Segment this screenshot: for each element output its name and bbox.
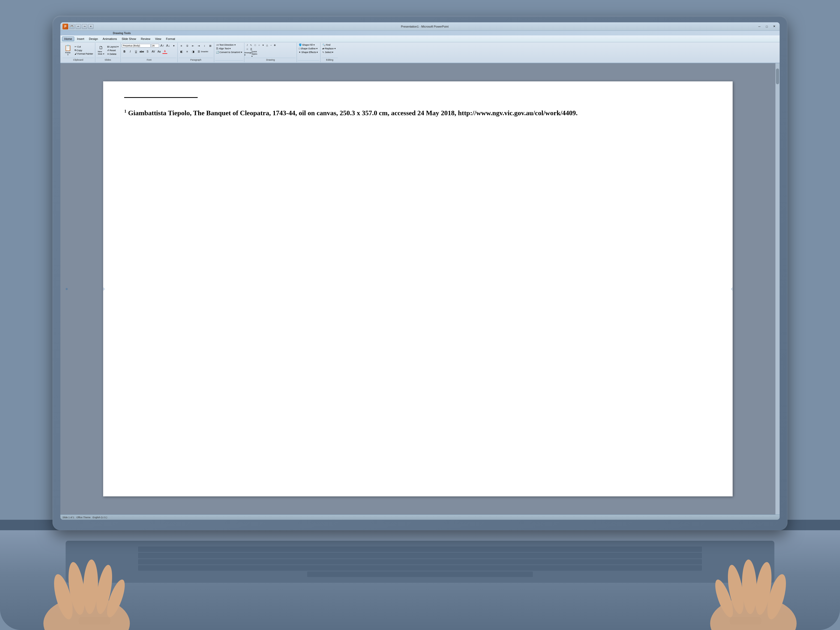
col-button[interactable]: ⊞ [208,43,213,48]
clear-format-button[interactable]: ✦ [171,43,177,48]
replace-button[interactable]: ⇄ Replace ▾ [322,47,338,50]
shape-outline-button[interactable]: □ Shape Outline ▾ [298,47,319,50]
para-row-1: ≡ ① ⇤ ⇥ ↕ ⊞ [179,43,213,48]
drawing-tools-bar: Drawing Tools [60,31,780,35]
quick-access-save[interactable]: 💾 [69,24,74,29]
italic-button[interactable]: I [128,49,133,54]
menu-view[interactable]: View [153,37,164,41]
laptop-body [0,520,840,630]
align-text-button[interactable]: ☰ Align Text ▾ [215,47,243,50]
paste-icon: 📋 [64,45,71,51]
text-direction-button[interactable]: ↕A Text Direction ▾ [215,43,243,46]
find-icon: 🔍 [322,44,325,46]
minimize-button[interactable]: ─ [756,24,763,29]
shape-fill-button[interactable]: 🪣 Shape Fill ▾ [298,43,319,46]
increase-indent-button[interactable]: ⇥ [196,43,201,48]
underline-button[interactable]: U [133,49,139,54]
paste-button[interactable]: 📋 Paste ▾ [63,43,73,57]
layout-button[interactable]: ⊞ Layout ▾ [106,45,120,48]
new-slide-button[interactable]: 🗋 NewSlide ▾ [96,45,106,56]
layout-icon: ⊞ [107,46,109,48]
strikethrough-button[interactable]: abe [139,49,144,54]
select-button[interactable]: ↖ Select ▾ [322,51,338,54]
shape-star[interactable]: ☆ [245,47,249,51]
shape-rtarrow[interactable]: → [269,43,273,47]
slides-group: 🗋 NewSlide ▾ ⊞ Layout ▾ ↺ Rese [95,43,121,62]
numbering-button[interactable]: ① [185,43,190,48]
scrollbar-thumb[interactable] [776,68,779,84]
title-bar: P 💾 ↩ ↪ ▾ Presentation1 - Microsoft Powe… [60,22,780,31]
shape-more[interactable]: ▾ [261,43,265,47]
font-size-input[interactable] [151,44,159,47]
cut-button[interactable]: ✂ Cut [74,45,94,48]
shape-format-label [298,60,319,62]
menu-insert[interactable]: Insert [75,37,86,41]
format-painter-label: Format Painter [77,52,93,55]
editing-label: Editing [322,58,338,62]
shape-format-controls: 🪣 Shape Fill ▾ □ Shape Outline ▾ ✦ Shape… [298,43,319,60]
paragraph-group: ≡ ① ⇤ ⇥ ↕ ⊞ ◧ ≡ ◨ ☰ [178,43,214,62]
menu-slideshow[interactable]: Slide Show [120,37,138,41]
font-controls: A↑ A↓ ✦ B I U abe S AV Aa [122,43,177,57]
menu-home[interactable]: Home [62,36,74,41]
convert-smartart-button[interactable]: 🔄 Convert to SmartArt ▾ [215,51,243,54]
select-arrow: ▾ [332,51,333,54]
copy-button[interactable]: ⧉ Copy [74,49,94,52]
find-button[interactable]: 🔍 Find [322,43,338,46]
align-center-button[interactable]: ≡ [185,49,190,54]
maximize-button[interactable]: □ [763,24,770,29]
menu-format[interactable]: Format [164,37,177,41]
quick-access-redo[interactable]: ↪ [82,24,87,29]
bold-button[interactable]: B [122,49,127,54]
scrollbar-right[interactable] [775,63,780,515]
arrange-button[interactable]: Arrange ▾ [245,51,251,56]
quick-access-undo[interactable]: ↩ [76,24,81,29]
font-shrink-button[interactable]: A↓ [165,43,171,48]
shape-rect[interactable]: □ [253,43,257,47]
clipboard-group: 📋 Paste ▾ ✂ Cut ⧉ [62,43,95,62]
reset-button[interactable]: ↺ Reset [106,49,120,52]
smart-art-button[interactable]: SmartArt [202,49,207,54]
font-row-1: A↑ A↓ ✦ [122,43,177,48]
slide-divider [124,97,198,98]
font-grow-button[interactable]: A↑ [159,43,165,48]
align-left-button[interactable]: ◧ [179,49,184,54]
shape-triangle[interactable]: △ [265,43,269,47]
shape-outline-icon: □ [299,47,300,50]
align-text-label: Align Text ▾ [219,47,231,50]
shape-fill-icon: 🪣 [299,44,302,46]
drawing-group: / ↖ □ ○ ▾ △ → ⊕ ☆ {} [245,43,297,62]
language-status: English (U.S.) [93,516,107,519]
quick-access-menu[interactable]: ▾ [88,24,93,29]
slide-text[interactable]: 1 Giambattista Tiepolo, The Banquet of C… [124,108,711,118]
font-family-input[interactable] [122,44,151,47]
slides-label: Slides [96,58,120,62]
close-button[interactable]: ✕ [771,24,777,29]
font-case-button[interactable]: Aa [156,49,162,54]
replace-icon: ⇄ [322,47,324,50]
line-spacing-button[interactable]: ↕ [202,43,207,48]
paste-dropdown[interactable]: ▾ [68,54,68,56]
slide-canvas[interactable]: 1 Giambattista Tiepolo, The Banquet of C… [103,81,733,496]
menu-design[interactable]: Design [87,37,100,41]
convert-smartart-label: Convert to SmartArt ▾ [219,51,242,54]
shape-circle[interactable]: ○ [257,43,261,47]
char-spacing-button[interactable]: AV [151,49,156,54]
slide-sub-buttons: ⊞ Layout ▾ ↺ Reset ✕ Delete [106,45,120,56]
align-right-button[interactable]: ◨ [190,49,196,54]
shape-5pt[interactable]: ⊕ [273,43,277,47]
quick-styles-button[interactable]: QuickStyles ▾ [252,51,257,56]
menu-animations[interactable]: Animations [101,37,119,41]
ribbon: 📋 Paste ▾ ✂ Cut ⧉ [60,42,780,63]
decrease-indent-button[interactable]: ⇤ [190,43,196,48]
shape-effects-button[interactable]: ✦ Shape Effects ▾ [298,51,319,54]
shape-arrow[interactable]: ↖ [249,43,253,47]
delete-button[interactable]: ✕ Delete [106,52,120,56]
align-justify-button[interactable]: ☰ [196,49,201,54]
font-color-button[interactable]: A [162,49,167,54]
menu-review[interactable]: Review [139,37,153,41]
shape-line[interactable]: / [245,43,249,47]
format-painter-button[interactable]: 🖌 Format Painter [74,52,94,55]
shadow-button[interactable]: S [145,49,150,54]
bullets-button[interactable]: ≡ [179,43,184,48]
